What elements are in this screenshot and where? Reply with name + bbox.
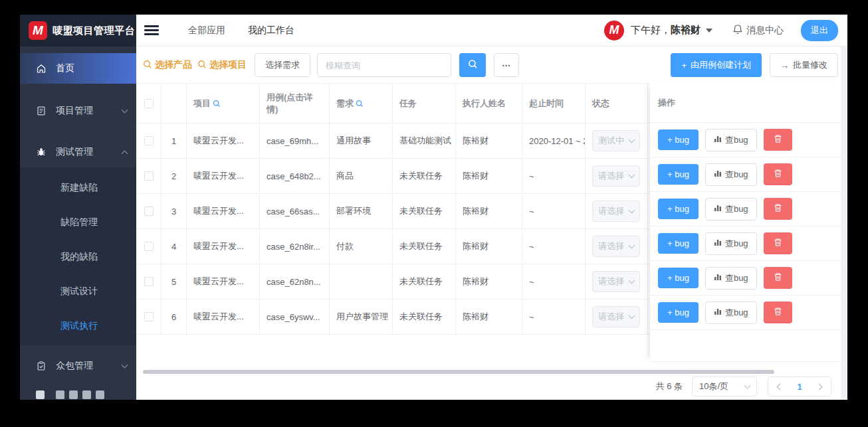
status-select[interactable]: 测试中 [592,130,640,151]
horizontal-scrollbar[interactable] [143,370,774,374]
cell-case[interactable]: case_6yswv... [260,299,330,334]
search-icon[interactable] [356,100,364,108]
sidebar-subitem-my-defects[interactable]: 我的缺陷 [20,239,136,274]
cell-date: 2020-12-01 ~ 20 [522,124,586,158]
status-select[interactable]: 请选择 [592,306,640,327]
status-select[interactable]: 请选择 [592,236,640,257]
next-page-button[interactable] [810,377,831,396]
row-checkbox[interactable] [144,312,154,321]
search-button[interactable] [459,53,486,77]
user-greeting[interactable]: 下午好，陈裕财 [631,24,701,37]
batch-edit-button[interactable]: → 批量修改 [770,53,838,77]
cell-case[interactable]: case_62n8n... [260,264,330,299]
row-checkbox[interactable] [144,171,154,181]
status-select[interactable]: 请选择 [592,165,640,187]
executor-column-header: 执行人姓名 [456,84,522,123]
main-content: 选择产品 选择项目 选择需求 ⋯ + 由用例创建计划 → [136,46,847,400]
row-checkbox[interactable] [144,277,154,286]
sidebar-subitem-test-design[interactable]: 测试设计 [20,274,136,308]
status-select[interactable]: 请选择 [592,271,640,292]
cell-project: 唛盟云开发... [187,299,260,334]
sidebar-item-crowdsourcing[interactable]: 众包管理 [20,351,136,381]
fuzzy-search-input[interactable] [317,53,451,77]
cell-task: 未关联任务 [393,264,456,299]
top-bar-main: 全部应用 我的工作台 M 下午好，陈裕财 消息中心 退出 [136,15,847,46]
nav-all-apps[interactable]: 全部应用 [188,25,225,37]
search-icon[interactable] [213,100,221,108]
cell-case[interactable]: case_66sas... [260,194,330,228]
prev-page-button[interactable] [768,377,790,396]
create-plan-button[interactable]: + 由用例创建计划 [671,53,762,77]
sidebar-subitem-test-execution[interactable]: 测试执行 [20,308,136,343]
more-filters-button[interactable]: ⋯ [494,53,519,77]
logout-button[interactable]: 退出 [801,20,838,41]
greeting-text: 下午好， [631,24,671,35]
ellipsis-icon: ⋯ [502,60,511,70]
cell-requirement: 部署环境 [330,194,393,228]
page-size-select[interactable]: 10条/页 [692,377,757,396]
add-bug-button[interactable]: + bug [658,164,699,185]
sidebar-item-test-mgmt[interactable]: 测试管理 [20,137,136,167]
page-size-value: 10条/页 [699,381,728,392]
select-requirement-button[interactable]: 选择需求 [255,53,310,77]
project-column-header: 项目 [187,84,260,123]
select-all-checkbox[interactable] [144,99,154,108]
chevron-down-icon [629,172,635,179]
case-column-header: 用例(点击详情) [260,84,330,123]
add-bug-button[interactable]: + bug [658,233,699,254]
menu-icon [36,390,45,399]
chevron-down-icon [122,361,128,368]
sidebar-item-home[interactable]: 首页 [20,53,136,84]
view-bug-button[interactable]: 查bug [705,198,757,220]
bar-chart-icon [714,135,722,145]
chevron-down-icon [629,207,635,214]
cell-executor: 陈裕财 [456,159,522,193]
actions-column-header: 操作 [650,83,841,123]
caret-down-icon[interactable] [706,29,712,33]
hamburger-menu-icon[interactable] [144,23,159,38]
cell-task: 基础功能测试 [393,124,456,158]
current-page[interactable]: 1 [790,382,810,392]
delete-button[interactable] [764,129,792,151]
trash-icon [774,134,782,145]
trash-icon [774,307,782,318]
select-product-link[interactable]: 选择产品 [143,59,192,71]
sidebar-subitem-new-defect[interactable]: 新建缺陷 [20,170,136,205]
message-center-label: 消息中心 [746,25,784,37]
brand-logo-block: M 唛盟项目管理平台 [20,15,136,46]
bar-chart-icon [714,169,722,179]
search-icon [197,60,209,71]
add-bug-button[interactable]: + bug [658,199,699,219]
delete-button[interactable] [764,267,792,289]
view-bug-button[interactable]: 查bug [705,232,757,255]
delete-button[interactable] [764,198,792,220]
row-checkbox[interactable] [144,207,154,216]
delete-button[interactable] [764,163,792,185]
add-bug-button[interactable]: + bug [658,302,699,323]
message-center-link[interactable]: 消息中心 [732,24,784,37]
action-row: + bug 查bug [650,226,841,261]
sidebar-item-project-mgmt[interactable]: 项目管理 [20,96,136,126]
cell-case[interactable]: case_69mh... [260,124,330,158]
cell-case[interactable]: case_648b2... [260,159,330,193]
cell-case[interactable]: case_62n8ir... [260,229,330,264]
row-checkbox[interactable] [144,136,154,145]
nav-my-workbench[interactable]: 我的工作台 [248,25,294,37]
cell-project: 唛盟云开发... [187,124,260,158]
status-select[interactable]: 请选择 [592,201,640,222]
sidebar-item-partial[interactable] [20,390,136,400]
row-checkbox[interactable] [144,242,154,251]
view-bug-button[interactable]: 查bug [705,301,757,324]
trash-icon [774,169,782,180]
add-bug-button[interactable]: + bug [658,129,699,150]
add-bug-button[interactable]: + bug [658,268,699,288]
view-bug-button[interactable]: 查bug [705,129,757,151]
delete-button[interactable] [764,301,792,323]
delete-button[interactable] [764,232,792,254]
user-avatar[interactable]: M [604,21,624,41]
select-project-link[interactable]: 选择项目 [197,59,247,71]
view-bug-button[interactable]: 查bug [705,267,757,290]
sidebar-subitem-defect-mgmt[interactable]: 缺陷管理 [20,205,136,239]
view-bug-button[interactable]: 查bug [705,163,757,186]
chevron-left-icon [777,383,784,390]
